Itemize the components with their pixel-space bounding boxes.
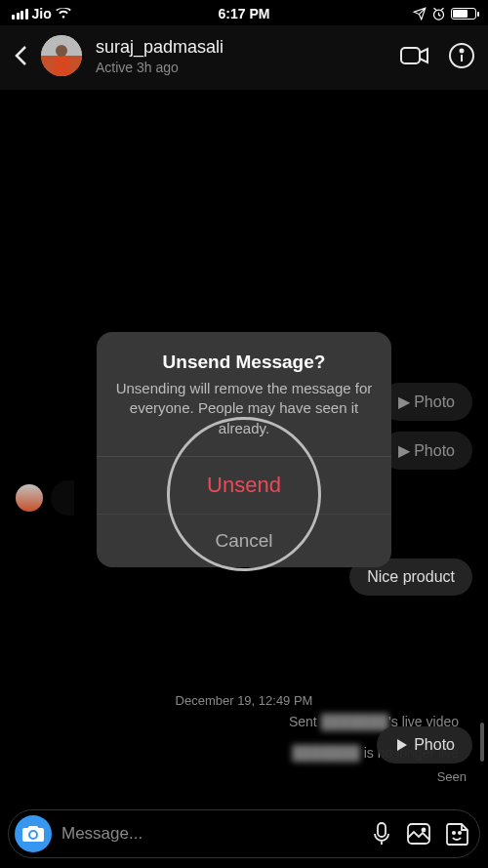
unsend-button[interactable]: Unsend: [97, 456, 391, 514]
unsend-dialog: Unsend Message? Unsending will remove th…: [97, 332, 391, 567]
cancel-button[interactable]: Cancel: [97, 514, 391, 567]
dialog-title: Unsend Message?: [97, 332, 391, 379]
dialog-body: Unsending will remove the message for ev…: [97, 379, 391, 456]
